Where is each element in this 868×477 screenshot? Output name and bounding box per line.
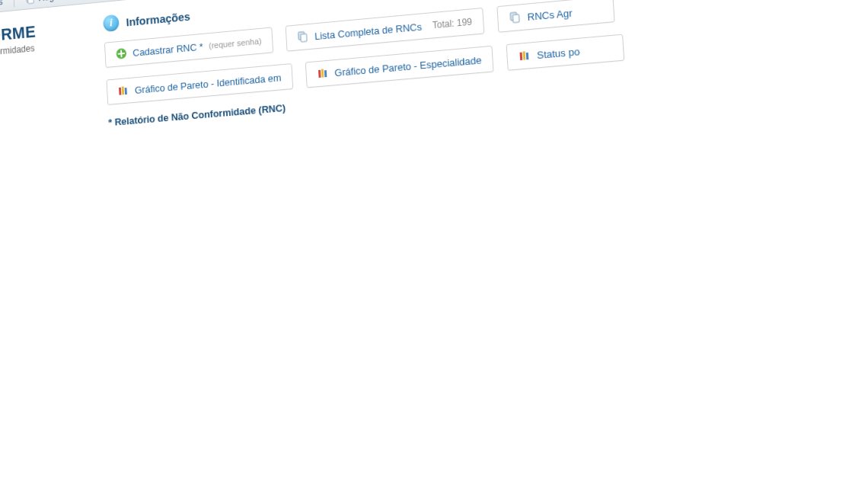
document-icon: [25, 0, 36, 4]
btn-cadastrar-rnc[interactable]: Cadastrar RNC * (requer senha): [104, 27, 273, 67]
chart-icon: [117, 85, 129, 98]
chart-icon: [518, 50, 531, 63]
btn-label: Gráfico de Pareto - Identificada em: [135, 72, 282, 96]
sidebar-org-row: rcio Construtor: [0, 93, 94, 120]
svg-rect-11: [512, 14, 519, 23]
info-icon: i: [103, 14, 120, 32]
btn-hint: (requer senha): [209, 37, 262, 50]
svg-rect-18: [520, 53, 523, 60]
svg-rect-9: [300, 34, 306, 42]
sidebar-proj-row: PDD: [0, 121, 96, 147]
svg-rect-14: [125, 88, 127, 94]
sidebar-code-row: 2.001: [0, 149, 97, 174]
svg-rect-17: [324, 70, 327, 77]
svg-rect-19: [523, 51, 526, 59]
btn-tail: Total: 199: [432, 16, 472, 30]
btn-label: Gráfico de Pareto - Especialidade: [334, 54, 482, 78]
chart-icon: [317, 67, 330, 80]
svg-rect-1: [28, 0, 34, 3]
btn-label: Status po: [537, 45, 580, 60]
svg-rect-20: [526, 53, 529, 59]
btn-lista-completa[interactable]: Lista Completa de RNCs Total: 199: [285, 8, 484, 52]
svg-rect-15: [318, 70, 321, 78]
btn-label: Cadastrar RNC *: [132, 40, 203, 58]
btn-label: RNCs Agr: [527, 7, 573, 23]
sidebar-misc-row[interactable]: es: [0, 190, 100, 215]
main-panel: i Informações Cadastrar RNC * (requer se…: [102, 0, 868, 477]
btn-rncs-agr[interactable]: RNCs Agr: [496, 0, 614, 33]
sidebar-user-row: ARO: [0, 65, 93, 91]
btn-status-po[interactable]: Status po: [506, 34, 625, 71]
svg-rect-13: [122, 86, 124, 94]
btn-pareto-especialidade[interactable]: Gráfico de Pareto - Especialidade: [305, 46, 493, 88]
copy-icon: [509, 11, 522, 25]
btn-label: Lista Completa de RNCs: [314, 21, 423, 42]
copy-icon: [296, 30, 308, 43]
menu-separator: [14, 0, 15, 7]
svg-rect-12: [119, 88, 121, 95]
btn-pareto-identificada[interactable]: Gráfico de Pareto - Identificada em: [107, 63, 293, 105]
plus-circle-icon: [115, 47, 127, 60]
svg-rect-16: [321, 69, 324, 77]
